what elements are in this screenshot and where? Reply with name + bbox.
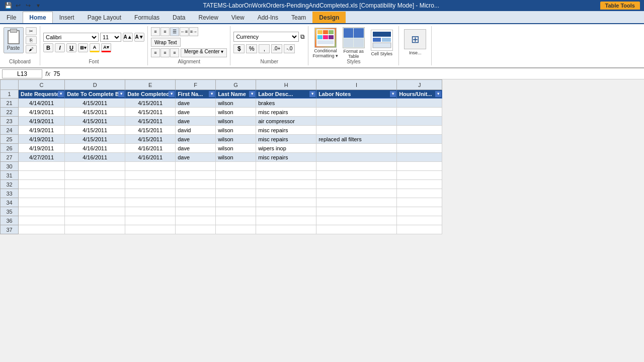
number-dialog-button[interactable]: ⧉: [300, 33, 305, 40]
data-cell[interactable]: [316, 108, 397, 117]
tab-view[interactable]: View: [225, 12, 251, 23]
col-header-e[interactable]: E: [125, 80, 176, 90]
merge-center-button[interactable]: Merge & Center ▾: [181, 48, 227, 57]
data-cell[interactable]: wilson: [216, 144, 256, 153]
tab-page-layout[interactable]: Page Layout: [81, 12, 128, 23]
col-header-d[interactable]: D: [65, 80, 125, 90]
data-cell[interactable]: [397, 99, 442, 108]
data-cell[interactable]: 4/15/2011: [65, 135, 125, 144]
empty-cell[interactable]: [316, 216, 397, 225]
tab-data[interactable]: Data: [166, 12, 192, 23]
col-header-c[interactable]: C: [19, 80, 65, 90]
data-cell[interactable]: dave: [176, 117, 216, 126]
data-cell[interactable]: wilson: [216, 117, 256, 126]
empty-cell[interactable]: [216, 189, 256, 198]
empty-cell[interactable]: [397, 171, 442, 180]
empty-cell[interactable]: [176, 198, 216, 207]
empty-cell[interactable]: [65, 162, 125, 171]
data-cell[interactable]: replaced all filters: [316, 135, 397, 144]
header-last-name[interactable]: Last Name ▾: [216, 90, 256, 99]
data-cell[interactable]: 4/15/2011: [125, 117, 176, 126]
header-date-to-complete[interactable]: Date To Complete By ▾: [65, 90, 125, 99]
empty-cell[interactable]: [176, 162, 216, 171]
header-first-name[interactable]: First Na... ▾: [176, 90, 216, 99]
increase-decimal-button[interactable]: .0+: [271, 44, 282, 53]
header-hours[interactable]: Hours/Unit... ▾: [397, 90, 442, 99]
first-name-dropdown[interactable]: ▾: [209, 91, 215, 97]
col-header-f[interactable]: F: [176, 80, 216, 90]
data-cell[interactable]: 4/16/2011: [65, 144, 125, 153]
increase-font-button[interactable]: A▲: [123, 33, 133, 42]
empty-cell[interactable]: [19, 225, 65, 234]
italic-button[interactable]: I: [55, 43, 65, 52]
empty-cell[interactable]: [397, 225, 442, 234]
data-cell[interactable]: 4/19/2011: [19, 135, 65, 144]
empty-cell[interactable]: [316, 198, 397, 207]
name-box[interactable]: [2, 69, 42, 78]
redo-icon[interactable]: ↪: [24, 2, 32, 10]
empty-cell[interactable]: [397, 198, 442, 207]
font-size-select[interactable]: 11: [100, 33, 121, 42]
data-cell[interactable]: 4/19/2011: [19, 117, 65, 126]
customize-icon[interactable]: ▾: [34, 2, 42, 10]
col-header-g[interactable]: G: [216, 80, 256, 90]
copy-button[interactable]: ⎘: [26, 36, 37, 44]
data-cell[interactable]: [316, 153, 397, 162]
header-date-completed[interactable]: Date Completed ▾: [125, 90, 176, 99]
insert-button[interactable]: ⊞ Inse...: [402, 29, 428, 55]
cell-styles-button[interactable]: Cell Styles: [369, 30, 395, 57]
empty-cell[interactable]: [256, 207, 316, 216]
data-cell[interactable]: 4/19/2011: [19, 108, 65, 117]
data-cell[interactable]: 4/15/2011: [125, 108, 176, 117]
header-date-requested[interactable]: Date Requested ▾: [19, 90, 65, 99]
tab-design[interactable]: Design: [312, 12, 346, 23]
data-cell[interactable]: 4/16/2011: [125, 144, 176, 153]
empty-cell[interactable]: [397, 207, 442, 216]
data-cell[interactable]: misc repairs: [256, 108, 316, 117]
data-cell[interactable]: wilson: [216, 135, 256, 144]
format-painter-button[interactable]: 🖌: [26, 45, 37, 53]
empty-cell[interactable]: [176, 180, 216, 189]
empty-cell[interactable]: [216, 171, 256, 180]
empty-cell[interactable]: [65, 189, 125, 198]
data-cell[interactable]: [397, 126, 442, 135]
tab-insert[interactable]: Insert: [53, 12, 81, 23]
hours-dropdown[interactable]: ▾: [435, 91, 441, 97]
col-header-i[interactable]: I: [316, 80, 397, 90]
decrease-decimal-button[interactable]: -.0: [284, 44, 295, 53]
data-cell[interactable]: 4/15/2011: [65, 99, 125, 108]
number-format-select[interactable]: Currency: [233, 32, 299, 42]
empty-cell[interactable]: [65, 171, 125, 180]
data-cell[interactable]: david: [176, 126, 216, 135]
empty-cell[interactable]: [316, 171, 397, 180]
empty-cell[interactable]: [397, 189, 442, 198]
empty-cell[interactable]: [19, 180, 65, 189]
data-cell[interactable]: [397, 153, 442, 162]
data-cell[interactable]: [397, 135, 442, 144]
empty-cell[interactable]: [65, 198, 125, 207]
empty-cell[interactable]: [176, 216, 216, 225]
empty-cell[interactable]: [216, 162, 256, 171]
tab-addins[interactable]: Add-Ins: [251, 12, 285, 23]
empty-cell[interactable]: [176, 171, 216, 180]
data-cell[interactable]: misc repairs: [256, 153, 316, 162]
cut-button[interactable]: ✂: [26, 27, 37, 35]
decrease-font-button[interactable]: A▼: [134, 33, 144, 42]
fill-color-button[interactable]: A: [90, 43, 100, 52]
empty-cell[interactable]: [19, 198, 65, 207]
empty-cell[interactable]: [125, 225, 176, 234]
labor-notes-dropdown[interactable]: ▾: [390, 91, 396, 97]
empty-cell[interactable]: [125, 216, 176, 225]
paste-button[interactable]: Paste: [4, 27, 24, 53]
empty-cell[interactable]: [125, 162, 176, 171]
data-cell[interactable]: 4/16/2011: [65, 153, 125, 162]
accounting-format-button[interactable]: $: [233, 44, 245, 53]
header-labor-desc[interactable]: Labor Desc... ▾: [256, 90, 316, 99]
align-center-button[interactable]: ≡: [160, 48, 170, 57]
data-cell[interactable]: [316, 144, 397, 153]
data-cell[interactable]: [316, 117, 397, 126]
empty-cell[interactable]: [125, 180, 176, 189]
data-cell[interactable]: brakes: [256, 99, 316, 108]
wrap-text-button[interactable]: Wrap Text: [151, 38, 181, 47]
data-cell[interactable]: 4/15/2011: [125, 126, 176, 135]
